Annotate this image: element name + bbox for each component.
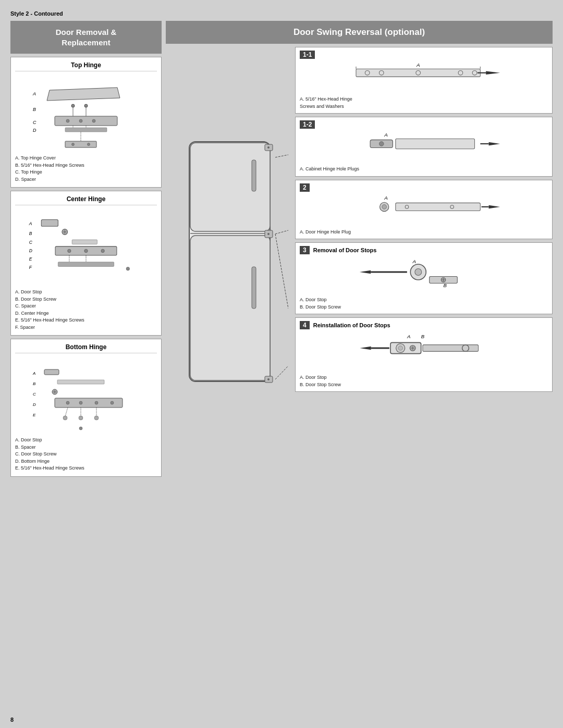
door-removal-header: Door Removal & Replacement bbox=[10, 21, 162, 54]
bottom-hinge-diagram: A B C D E bbox=[15, 356, 157, 435]
svg-text:D: D bbox=[29, 248, 32, 253]
svg-text:B: B bbox=[29, 231, 32, 236]
step-4-badge: 4 bbox=[300, 321, 310, 329]
svg-text:E: E bbox=[29, 256, 32, 262]
bottom-hinge-box: Bottom Hinge A B C D E bbox=[10, 339, 162, 477]
svg-text:A: A bbox=[412, 258, 416, 264]
bottom-hinge-title: Bottom Hinge bbox=[15, 343, 157, 353]
svg-rect-9 bbox=[55, 116, 117, 126]
step-1-1-notes: A. 5/16" Hex-Head Hinge Screws and Washe… bbox=[300, 96, 548, 110]
svg-point-38 bbox=[126, 267, 129, 270]
svg-line-76 bbox=[275, 366, 288, 379]
svg-marker-100 bbox=[489, 205, 500, 208]
step-4-notes: A. Door Stop B. Door Stop Screw bbox=[300, 374, 548, 388]
step-4-diagram: A B bbox=[300, 331, 548, 373]
top-hinge-notes: A. Top Hinge Cover B. 5/16" Hex-Head Hin… bbox=[15, 155, 157, 183]
svg-rect-44 bbox=[44, 369, 59, 375]
step-3-box: 3 Removal of Door Stops A B bbox=[295, 242, 553, 314]
center-hinge-notes: A. Door Stop B. Door Stop Screw C. Space… bbox=[15, 289, 157, 331]
svg-rect-120 bbox=[423, 345, 479, 352]
fridge-diagram-col bbox=[166, 47, 291, 477]
step-1-2-badge: 1-2 bbox=[300, 120, 315, 129]
svg-text:A: A bbox=[416, 62, 420, 68]
svg-point-53 bbox=[111, 401, 114, 404]
svg-text:A: A bbox=[32, 91, 36, 96]
svg-point-50 bbox=[66, 401, 69, 404]
svg-point-72 bbox=[267, 378, 270, 380]
door-swing-header: Door Swing Reversal (optional) bbox=[166, 21, 553, 44]
svg-point-51 bbox=[79, 401, 82, 404]
svg-rect-78 bbox=[356, 69, 480, 77]
svg-point-18 bbox=[72, 143, 75, 146]
svg-line-73 bbox=[275, 155, 288, 157]
svg-rect-64 bbox=[190, 236, 270, 380]
step-1-2-box: 1-2 A bbox=[295, 117, 553, 177]
step-1-1-diagram: A bbox=[300, 61, 548, 95]
svg-text:A: A bbox=[384, 132, 388, 138]
top-hinge-diagram: A B C D bbox=[15, 75, 157, 153]
top-hinge-title: Top Hinge bbox=[15, 61, 157, 71]
svg-rect-97 bbox=[396, 203, 481, 211]
svg-text:A: A bbox=[29, 221, 32, 226]
svg-text:C: C bbox=[33, 392, 36, 397]
center-hinge-diagram: A B C D E F bbox=[15, 208, 157, 287]
svg-line-54 bbox=[65, 408, 68, 416]
svg-point-6 bbox=[84, 104, 88, 107]
svg-point-70 bbox=[267, 233, 270, 235]
svg-point-34 bbox=[101, 249, 104, 252]
right-column: Door Swing Reversal (optional) bbox=[166, 21, 553, 477]
step-2-diagram: A bbox=[300, 194, 548, 228]
svg-rect-65 bbox=[252, 267, 256, 309]
svg-text:F: F bbox=[29, 265, 32, 270]
svg-point-11 bbox=[79, 119, 82, 122]
svg-marker-110 bbox=[360, 270, 371, 274]
svg-text:A: A bbox=[384, 194, 388, 200]
svg-rect-26 bbox=[41, 219, 58, 226]
svg-line-74 bbox=[275, 230, 288, 234]
page-number: 8 bbox=[10, 717, 14, 723]
svg-text:C: C bbox=[29, 240, 33, 245]
svg-line-75 bbox=[275, 234, 288, 309]
svg-point-58 bbox=[79, 416, 83, 420]
svg-point-68 bbox=[267, 146, 270, 149]
steps-column: 1-1 A bbox=[295, 47, 553, 477]
step-1-1-box: 1-1 A bbox=[295, 47, 553, 114]
svg-text:E: E bbox=[33, 413, 36, 417]
step-3-diagram: A B bbox=[300, 256, 548, 295]
step-2-notes: A. Door Hinge Hole Plug bbox=[300, 229, 548, 236]
svg-rect-114 bbox=[390, 342, 421, 353]
svg-marker-4 bbox=[47, 88, 120, 101]
step-2-badge: 2 bbox=[300, 183, 310, 192]
svg-point-59 bbox=[94, 416, 99, 420]
svg-point-5 bbox=[71, 104, 75, 107]
svg-point-10 bbox=[66, 119, 69, 122]
svg-rect-30 bbox=[72, 240, 97, 244]
svg-marker-84 bbox=[486, 71, 500, 75]
svg-point-19 bbox=[88, 143, 90, 146]
svg-rect-13 bbox=[65, 128, 107, 132]
svg-rect-63 bbox=[252, 160, 256, 191]
svg-point-60 bbox=[79, 427, 82, 430]
center-hinge-box: Center Hinge A B C D E F bbox=[10, 191, 162, 336]
bottom-hinge-notes: A. Door Stop B. Spacer C. Door Stop Scre… bbox=[15, 437, 157, 472]
step-2-box: 2 A bbox=[295, 180, 553, 240]
svg-text:C: C bbox=[33, 120, 36, 125]
step-3-title: Removal of Door Stops bbox=[313, 247, 377, 253]
svg-point-33 bbox=[84, 249, 88, 252]
step-1-2-notes: A. Cabinet Hinge Hole Plugs bbox=[300, 166, 548, 173]
svg-marker-122 bbox=[360, 347, 371, 350]
svg-rect-89 bbox=[396, 139, 475, 149]
step-1-2-diagram: A bbox=[300, 131, 548, 165]
step-1-1-badge: 1-1 bbox=[300, 51, 315, 59]
svg-point-32 bbox=[68, 249, 71, 252]
svg-text:B: B bbox=[33, 381, 36, 386]
svg-rect-45 bbox=[57, 380, 104, 384]
top-hinge-box: Top Hinge A B C D bbox=[10, 57, 162, 188]
step-4-title: Reinstallation of Door Stops bbox=[313, 322, 390, 328]
step-3-badge: 3 bbox=[300, 246, 310, 254]
svg-text:A: A bbox=[407, 334, 410, 339]
svg-text:A: A bbox=[32, 371, 35, 376]
svg-point-12 bbox=[92, 119, 95, 122]
svg-rect-62 bbox=[190, 143, 270, 231]
svg-text:D: D bbox=[33, 128, 36, 133]
